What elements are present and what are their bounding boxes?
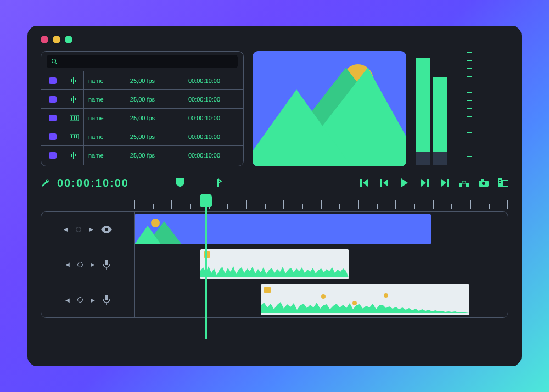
- bin-row[interactable]: name 25,00 fps 00:00:10:00: [41, 71, 243, 90]
- svg-rect-16: [71, 154, 72, 157]
- track-header[interactable]: ◀ ▶: [41, 247, 135, 282]
- svg-rect-33: [105, 260, 108, 265]
- maximize-window-button[interactable]: [65, 36, 72, 43]
- transport-bar: 00:00:10:00: [41, 174, 508, 192]
- audio-track: ◀ ▶: [41, 282, 508, 317]
- svg-rect-31: [503, 181, 508, 186]
- add-keyframe-button[interactable]: [77, 262, 83, 267]
- audio-meters: [415, 51, 481, 166]
- svg-line-1: [55, 63, 57, 64]
- lift-icon[interactable]: [459, 178, 469, 188]
- clip-fps: 25,00 fps: [120, 146, 165, 165]
- clip-timecode: 00:00:10:00: [165, 127, 243, 145]
- titlebar: [41, 36, 508, 43]
- audio-levels-icon: [70, 96, 79, 103]
- minimize-window-button[interactable]: [53, 36, 60, 43]
- audio-levels-icon: [70, 77, 79, 84]
- track-body[interactable]: [135, 212, 508, 247]
- waveform-graphic: [200, 265, 349, 277]
- playhead[interactable]: [200, 194, 212, 339]
- clip-name: name: [84, 146, 120, 165]
- svg-rect-19: [360, 179, 362, 187]
- audio-levels-icon: [70, 152, 79, 159]
- export-icon[interactable]: [498, 178, 508, 188]
- audio-track: ◀ ▶: [41, 247, 508, 282]
- clip-timecode: 00:00:10:00: [165, 109, 243, 127]
- bin-row[interactable]: name 25,00 fps 00:00:10:00: [41, 127, 243, 146]
- track-header[interactable]: ◀ ▶: [41, 282, 135, 317]
- prev-keyframe-button[interactable]: ◀: [65, 261, 70, 267]
- svg-rect-13: [71, 135, 72, 138]
- in-point-icon[interactable]: [215, 178, 225, 188]
- timecode-display[interactable]: 00:00:10:00: [57, 177, 129, 189]
- add-keyframe-button[interactable]: [77, 297, 83, 303]
- play-button[interactable]: [400, 178, 410, 188]
- svg-rect-15: [76, 135, 77, 138]
- track-header[interactable]: ◀ ▶: [41, 212, 135, 247]
- svg-rect-10: [74, 116, 75, 120]
- step-back-button[interactable]: [380, 178, 390, 188]
- track-body[interactable]: [135, 282, 508, 317]
- audio-clip[interactable]: [200, 249, 349, 279]
- next-keyframe-button[interactable]: ▶: [89, 226, 93, 232]
- video-clip[interactable]: [135, 214, 431, 244]
- svg-rect-17: [73, 152, 74, 159]
- go-to-out-button[interactable]: [439, 178, 449, 188]
- mic-icon[interactable]: [103, 260, 110, 270]
- bin-row[interactable]: name 25,00 fps 00:00:10:00: [41, 146, 243, 165]
- prev-keyframe-button[interactable]: ◀: [65, 297, 70, 303]
- clip-timecode: 00:00:10:00: [165, 71, 243, 89]
- svg-rect-11: [76, 116, 77, 120]
- clip-name: name: [84, 127, 120, 145]
- step-forward-button[interactable]: [419, 178, 429, 188]
- svg-rect-29: [499, 180, 501, 181]
- svg-rect-4: [75, 80, 76, 82]
- preview-mountain-graphic: [253, 89, 351, 166]
- svg-rect-20: [380, 179, 382, 187]
- go-to-in-button[interactable]: [360, 178, 370, 188]
- svg-rect-21: [427, 179, 429, 187]
- wrench-icon[interactable]: [41, 178, 51, 188]
- clip-chip-icon: [49, 152, 57, 159]
- preview-monitor[interactable]: [253, 51, 406, 166]
- clip-chip-icon: [49, 133, 57, 140]
- track-body[interactable]: [135, 247, 508, 282]
- timeline-ruler[interactable]: [41, 197, 508, 209]
- svg-rect-34: [105, 295, 108, 300]
- search-input[interactable]: [47, 55, 238, 68]
- prev-keyframe-button[interactable]: ◀: [64, 226, 68, 232]
- clip-chip-icon: [49, 96, 57, 103]
- clip-chip-icon: [49, 115, 57, 121]
- project-bin-panel: name 25,00 fps 00:00:10:00 name 25,00 fp…: [41, 51, 244, 166]
- add-keyframe-button[interactable]: [76, 227, 81, 232]
- eye-icon[interactable]: [101, 226, 112, 233]
- next-keyframe-button[interactable]: ▶: [91, 261, 95, 267]
- bin-row[interactable]: name 25,00 fps 00:00:10:00: [41, 90, 243, 109]
- svg-rect-18: [75, 154, 76, 156]
- svg-rect-7: [75, 98, 76, 100]
- marker-icon[interactable]: [175, 178, 185, 188]
- mic-icon[interactable]: [103, 295, 110, 305]
- svg-rect-3: [73, 77, 74, 84]
- svg-point-0: [52, 59, 56, 63]
- svg-rect-2: [71, 79, 72, 82]
- clip-fps: 25,00 fps: [120, 109, 165, 127]
- clip-chip-icon: [49, 77, 57, 84]
- svg-point-32: [105, 228, 108, 231]
- audio-clip[interactable]: [261, 284, 469, 315]
- close-window-button[interactable]: [41, 36, 48, 43]
- clip-fps: 25,00 fps: [120, 127, 165, 145]
- next-keyframe-button[interactable]: ▶: [91, 297, 95, 303]
- svg-rect-5: [71, 98, 72, 101]
- camera-icon[interactable]: [479, 178, 489, 188]
- svg-rect-30: [499, 182, 501, 183]
- timeline-panel: ◀ ▶ ◀ ▶: [41, 211, 508, 318]
- clip-fps: 25,00 fps: [120, 71, 165, 89]
- sequence-icon: [70, 115, 79, 121]
- bin-row[interactable]: name 25,00 fps 00:00:10:00: [41, 109, 243, 127]
- clip-timecode: 00:00:10:00: [165, 90, 243, 108]
- svg-point-26: [482, 182, 485, 185]
- clip-name: name: [84, 109, 120, 127]
- svg-rect-23: [459, 183, 462, 187]
- waveform-graphic: [261, 301, 469, 313]
